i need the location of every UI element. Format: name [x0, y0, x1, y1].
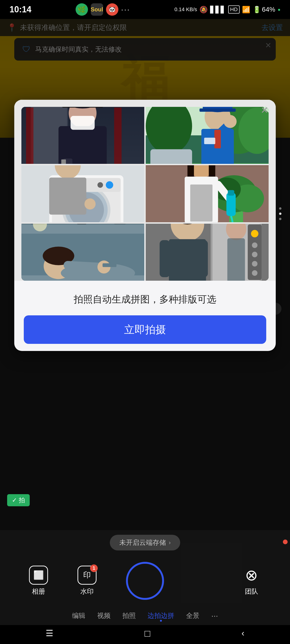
cloud-storage-label: 未开启云端存储 [119, 538, 166, 547]
camera-controls: ⬜ 相册 印 1 水印 ⊗ 团队 [0, 553, 290, 608]
shoot-button[interactable]: 立即拍摄 [24, 315, 266, 344]
svg-point-82 [251, 230, 258, 237]
watermark-label: 水印 [80, 587, 94, 596]
photo-grid [14, 100, 276, 281]
wifi-icon: 📶 [242, 6, 250, 14]
more-apps-icon: ··· [121, 5, 131, 14]
side-dot-2 [279, 212, 281, 215]
svg-rect-75 [102, 263, 117, 267]
svg-rect-58 [190, 184, 212, 222]
nav-home-icon[interactable]: □ [145, 628, 150, 639]
svg-point-44 [84, 198, 96, 210]
album-label: 相册 [32, 587, 45, 596]
photo-cell-5 [22, 224, 144, 281]
modal-close-button[interactable]: ✕ [260, 106, 269, 115]
modal-text-area: 拍照自动生成拼图，多种排版可选 立即拍摄 [14, 281, 276, 351]
cloud-storage-button[interactable]: 未开启云端存储 › [110, 535, 180, 550]
check-label: ✓ 拍 [7, 494, 30, 506]
photo-cell-1 [22, 107, 144, 164]
svg-rect-5 [59, 126, 107, 164]
mode-tab-edit[interactable]: 编辑 [72, 611, 85, 620]
svg-rect-11 [61, 159, 66, 164]
mode-more-icon[interactable]: ··· [211, 611, 218, 620]
side-dots [279, 207, 281, 220]
status-time: 10:14 [10, 4, 31, 14]
svg-point-83 [252, 242, 257, 248]
photo-cell-2 [146, 107, 269, 164]
bottom-ui: 未开启云端存储 › ⬜ 相册 印 1 水印 ⊗ [0, 530, 290, 644]
svg-rect-12 [26, 108, 34, 164]
svg-line-73 [68, 265, 102, 267]
app-icon-green: 🌿 [76, 3, 88, 16]
album-icon: ⬜ [29, 566, 48, 585]
svg-rect-68 [114, 224, 126, 224]
svg-point-38 [106, 181, 113, 188]
svg-rect-94 [227, 238, 245, 281]
network-speed: 0.14 KB/s [174, 7, 197, 12]
watermark-badge: 1 [90, 564, 98, 572]
team-button[interactable]: ⊗ 团队 [242, 566, 261, 596]
svg-rect-25 [199, 108, 235, 112]
photo-collage-modal: ✕ [14, 100, 276, 351]
chevron-right-icon: › [169, 539, 171, 546]
photo-cell-4 [146, 165, 269, 222]
watermark-icon: 印 1 [78, 566, 97, 585]
modal-description: 拍照自动生成拼图，多种排版可选 [24, 292, 266, 306]
svg-point-27 [224, 115, 237, 128]
svg-rect-13 [114, 108, 121, 164]
mode-tab-panorama[interactable]: 全景 [186, 611, 199, 620]
svg-rect-92 [198, 240, 208, 277]
photo-cell-3 [22, 165, 144, 222]
nav-menu-icon[interactable]: ☰ [46, 628, 53, 638]
album-button[interactable]: ⬜ 相册 [29, 566, 48, 596]
notification-dot [283, 540, 288, 544]
team-icon-glyph: ⊗ [245, 566, 258, 584]
side-dot-1 [279, 207, 281, 210]
svg-rect-61 [228, 190, 234, 196]
shutter-inner [131, 566, 159, 595]
svg-rect-91 [160, 240, 170, 277]
mode-tab-video[interactable]: 视频 [97, 611, 111, 620]
team-icon: ⊗ [242, 566, 261, 585]
album-icon-glyph: ⬜ [33, 570, 44, 580]
charging-dot: ● [278, 7, 280, 12]
photo-grid-inner [22, 107, 269, 281]
svg-rect-29 [204, 138, 215, 144]
nav-bar: ☰ □ ‹ [0, 625, 290, 644]
watermark-button[interactable]: 印 1 水印 [78, 566, 97, 596]
app-icon-red: 🐼 [106, 3, 118, 16]
mode-tab-photo[interactable]: 拍照 [122, 611, 136, 620]
nav-back-icon[interactable]: ‹ [241, 628, 244, 638]
svg-rect-28 [214, 130, 221, 148]
app-icon-soul: Soul [91, 3, 103, 16]
mode-tab-collage[interactable]: 边拍边拼 [148, 611, 174, 620]
svg-rect-67 [77, 224, 86, 224]
svg-point-85 [252, 261, 257, 266]
svg-rect-9 [62, 107, 103, 108]
status-right: 0.14 KB/s 🔕 ▋▋▋ HD 📶 🔋 64% ● [174, 6, 280, 14]
mode-tabs: 编辑 视频 拍照 边拍边拼 全景 ··· [0, 608, 290, 625]
mute-icon: 🔕 [199, 6, 208, 14]
signal-icon: ▋▋▋ [210, 6, 226, 14]
watermark-icon-glyph: 印 [83, 570, 91, 580]
status-bar: 10:14 🌿 Soul 🐼 ··· 0.14 KB/s 🔕 ▋▋▋ HD 📶 … [0, 0, 290, 19]
shutter-button[interactable] [126, 562, 164, 600]
photo-cell-6 [146, 224, 269, 281]
cloud-storage-bar: 未开启云端存储 › [0, 530, 290, 553]
team-label: 团队 [245, 587, 258, 596]
svg-point-84 [252, 252, 257, 257]
svg-rect-60 [226, 193, 235, 216]
svg-rect-6 [71, 116, 95, 130]
hd-icon: HD [228, 6, 240, 14]
svg-point-39 [98, 182, 103, 188]
side-dot-3 [279, 218, 281, 220]
status-icons: 🌿 Soul 🐼 ··· [76, 3, 131, 16]
svg-point-86 [252, 270, 257, 276]
battery-indicator: 🔋 64% [253, 6, 275, 14]
svg-rect-20 [150, 149, 192, 164]
